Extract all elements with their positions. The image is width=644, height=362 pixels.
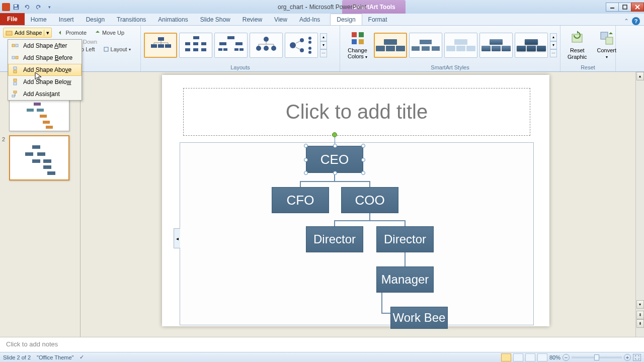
minimize-ribbon-icon[interactable]: ⌃: [624, 18, 629, 25]
styles-scroll-down[interactable]: ▾: [550, 41, 557, 49]
org-node-workbee[interactable]: Work Bee: [390, 307, 448, 329]
layout-option-2[interactable]: [179, 33, 212, 58]
selection-handle[interactable]: [361, 158, 365, 162]
slide-canvas[interactable]: Click to add title ◂ CEO: [162, 75, 549, 326]
notes-pane[interactable]: Click to add notes: [0, 337, 644, 352]
change-colors-button[interactable]: Change Colors ▾: [343, 28, 372, 62]
slide-thumb-1[interactable]: [9, 98, 69, 131]
org-node-director-1[interactable]: Director: [306, 226, 363, 252]
scroll-up-button[interactable]: ▴: [636, 72, 644, 80]
style-option-1[interactable]: [374, 33, 407, 58]
zoom-in-button[interactable]: +: [624, 354, 631, 361]
convert-button[interactable]: Convert ▾: [593, 28, 621, 62]
menu-add-shape-above[interactable]: Add Shape Above: [8, 64, 82, 76]
styles-scroll-up[interactable]: ▴: [550, 33, 557, 41]
tab-animations[interactable]: Animations: [152, 14, 194, 25]
reset-graphic-button[interactable]: Reset Graphic: [564, 28, 591, 61]
slide-editor[interactable]: Click to add title ◂ CEO: [80, 72, 644, 337]
spell-check-icon[interactable]: ✓: [79, 354, 84, 360]
selection-handle[interactable]: [333, 171, 337, 175]
selection-handle[interactable]: [304, 171, 308, 175]
add-shape-button[interactable]: Add Shape ▾: [3, 28, 52, 38]
smartart-container[interactable]: ◂ CEO: [180, 142, 534, 325]
tab-home[interactable]: Home: [25, 14, 53, 25]
maximize-button[interactable]: [618, 3, 631, 12]
close-button[interactable]: [631, 3, 644, 12]
zoom-level[interactable]: 80%: [549, 354, 560, 360]
tab-file[interactable]: File: [0, 13, 25, 25]
svg-rect-56: [12, 44, 15, 47]
zoom-slider[interactable]: [572, 356, 622, 358]
prev-slide-button[interactable]: ⇞: [636, 311, 644, 319]
sorter-view-button[interactable]: [513, 353, 523, 361]
redo-button[interactable]: [33, 2, 43, 12]
fit-to-window-button[interactable]: ⛶: [633, 354, 641, 361]
reading-view-button[interactable]: [525, 353, 535, 361]
title-placeholder[interactable]: Click to add title: [183, 88, 530, 136]
org-node-ceo[interactable]: CEO: [306, 146, 363, 173]
layout-button[interactable]: Layout ▾: [101, 46, 133, 53]
tab-smartart-format[interactable]: Format: [362, 14, 393, 25]
menu-add-shape-below[interactable]: Add Shape Below: [8, 76, 82, 88]
minimize-button[interactable]: [606, 3, 619, 12]
rotation-handle[interactable]: [332, 132, 337, 137]
svg-rect-31: [239, 48, 244, 51]
tab-view[interactable]: View: [268, 14, 293, 25]
add-shape-label: Add Shape: [15, 30, 42, 36]
zoom-slider-thumb[interactable]: [594, 354, 599, 360]
zoom-out-button[interactable]: −: [562, 354, 570, 361]
menu-add-shape-after[interactable]: Add Shape After: [8, 40, 82, 52]
org-node-manager[interactable]: Manager: [376, 266, 434, 293]
svg-line-47: [296, 41, 300, 43]
selection-handle[interactable]: [333, 144, 337, 148]
tab-insert[interactable]: Insert: [53, 14, 80, 25]
slide-thumb-2[interactable]: [9, 135, 69, 180]
org-node-cfo[interactable]: CFO: [272, 187, 329, 213]
connector: [334, 174, 335, 181]
style-option-4[interactable]: [479, 33, 513, 58]
tab-design[interactable]: Design: [80, 14, 111, 25]
svg-rect-63: [14, 82, 17, 85]
scroll-down-button[interactable]: ▾: [636, 300, 644, 309]
style-option-3[interactable]: [444, 33, 477, 58]
document-filename: org_chart: [278, 4, 303, 11]
connector: [334, 220, 406, 221]
vertical-scrollbar[interactable]: ▴ ▾ ⇞ ⇟: [635, 72, 644, 337]
style-option-2[interactable]: [409, 33, 442, 58]
selection-handle[interactable]: [304, 158, 308, 162]
layout-option-1[interactable]: [144, 33, 177, 58]
tab-smartart-design[interactable]: Design: [330, 14, 362, 25]
selection-handle[interactable]: [304, 144, 308, 148]
styles-more-button[interactable]: ⋯: [550, 49, 557, 57]
layouts-scroll-up[interactable]: ▴: [320, 33, 327, 41]
help-button[interactable]: ?: [632, 17, 640, 25]
text-pane-toggle[interactable]: ◂: [174, 228, 180, 248]
tab-slideshow[interactable]: Slide Show: [194, 14, 236, 25]
selection-handle[interactable]: [361, 171, 365, 175]
svg-rect-8: [104, 47, 108, 51]
tab-transitions[interactable]: Transitions: [111, 14, 152, 25]
promote-button[interactable]: Promote: [56, 29, 89, 36]
move-up-button[interactable]: Move Up: [93, 29, 126, 36]
next-slide-button[interactable]: ⇟: [636, 319, 644, 328]
qat-customize-button[interactable]: ▾: [44, 2, 54, 12]
slideshow-view-button[interactable]: [537, 353, 547, 361]
menu-add-shape-before[interactable]: Add Shape Before: [8, 52, 82, 64]
normal-view-button[interactable]: [501, 353, 511, 361]
layout-option-4[interactable]: [250, 33, 283, 58]
org-node-coo[interactable]: COO: [341, 187, 398, 213]
save-button[interactable]: [11, 2, 21, 12]
add-above-icon: [11, 66, 19, 74]
org-node-director-2[interactable]: Director: [376, 226, 434, 252]
slide-panel: 2: [0, 72, 80, 337]
selection-handle[interactable]: [361, 144, 365, 148]
layout-option-3[interactable]: [214, 33, 248, 58]
layouts-more-button[interactable]: ⋯: [320, 49, 327, 57]
tab-review[interactable]: Review: [236, 14, 268, 25]
undo-button[interactable]: [22, 2, 32, 12]
style-option-5[interactable]: [515, 33, 548, 58]
layout-option-5[interactable]: [285, 33, 318, 58]
tab-addins[interactable]: Add-Ins: [293, 14, 326, 25]
menu-add-assistant[interactable]: Add Assistant: [8, 88, 82, 100]
layouts-scroll-down[interactable]: ▾: [320, 41, 327, 49]
